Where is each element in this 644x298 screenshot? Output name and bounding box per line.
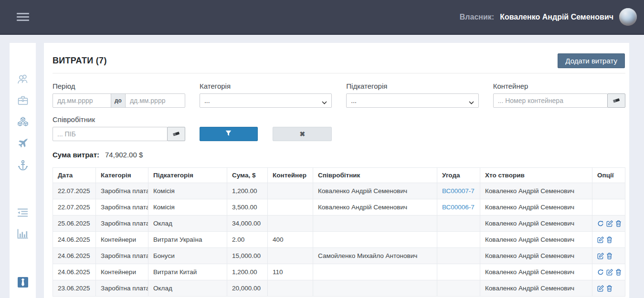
column-header: Співробітник — [313, 168, 437, 183]
edit-icon[interactable] — [597, 253, 604, 259]
hamburger-menu-icon[interactable] — [17, 11, 29, 23]
table-row: 25.06.2025Заробітна платаОклад34,000.00К… — [53, 216, 625, 232]
container-cell — [268, 216, 313, 232]
sidebar-item-operations[interactable] — [16, 207, 30, 218]
eraser-icon — [612, 96, 620, 105]
subcategory-label: Підкатегорія — [346, 82, 478, 90]
edit-icon[interactable] — [597, 236, 604, 243]
category-cell: Контейнери — [96, 232, 148, 248]
delete-icon[interactable] — [615, 220, 622, 227]
column-header: Опції — [592, 168, 625, 183]
users-icon — [17, 74, 29, 84]
delete-icon[interactable] — [606, 236, 612, 243]
options-cell — [592, 248, 625, 264]
category-cell: Контейнери — [96, 264, 148, 280]
total-label: Сума витрат: — [53, 151, 99, 159]
edit-icon[interactable] — [606, 220, 613, 227]
options-cell — [592, 183, 625, 199]
total-line: Сума витрат:74,902.00 $ — [53, 151, 625, 159]
delete-icon[interactable] — [606, 253, 612, 259]
container-clear-button[interactable] — [607, 93, 625, 108]
options-cell — [592, 264, 625, 280]
employee-label: Співробітник — [53, 115, 185, 123]
container-input[interactable] — [493, 93, 608, 108]
apply-filter-button[interactable] — [200, 127, 258, 141]
avatar[interactable] — [619, 8, 637, 26]
employee-cell — [313, 264, 437, 280]
delete-icon[interactable] — [615, 269, 622, 276]
expenses-card: ВИТРАТИ (7) Додати витрату Період до Кат… — [44, 43, 629, 298]
container-cell — [268, 199, 313, 216]
table-row: 24.06.2025КонтейнериВитрати Україна2.004… — [53, 232, 625, 248]
sidebar-item-reports[interactable] — [16, 228, 30, 240]
undo-icon[interactable] — [597, 269, 604, 276]
user-tie-icon — [17, 277, 29, 288]
period-label: Період — [53, 82, 185, 90]
creator-cell: Коваленко Андрій Семенович — [480, 264, 592, 280]
deal-cell — [437, 248, 480, 264]
outdent-list-icon — [17, 208, 29, 217]
edit-icon[interactable] — [597, 285, 604, 292]
category-cell: Заробітна плата — [96, 280, 148, 297]
employee-input[interactable] — [53, 127, 168, 141]
undo-icon[interactable] — [597, 220, 604, 227]
sidebar-item-employees[interactable] — [16, 277, 30, 288]
sidebar-item-users[interactable] — [16, 73, 30, 85]
filter-category: Категорія ... — [200, 82, 332, 108]
sidebar — [10, 43, 36, 298]
table-row: 23.06.2025Заробітна платаОклад20,000.00К… — [53, 280, 625, 297]
expenses-table: ДатаКатегоріяПідкатегоріяСума, $Контейне… — [53, 167, 625, 297]
chevron-down-icon — [322, 98, 327, 106]
category-cell: Заробітна плата — [96, 248, 148, 264]
bar-chart-icon — [17, 228, 29, 239]
edit-icon[interactable] — [606, 269, 613, 276]
sidebar-item-products[interactable] — [16, 116, 30, 128]
amount-cell: 2.00 — [227, 232, 268, 248]
reset-filter-button[interactable]: ✖ — [273, 127, 332, 141]
sidebar-item-briefcase[interactable] — [16, 95, 30, 106]
date-cell: 24.06.2025 — [53, 232, 96, 248]
sidebar-item-flights[interactable] — [16, 138, 30, 149]
creator-cell: Коваленко Андрій Семенович — [480, 216, 592, 232]
period-to-input[interactable] — [125, 93, 185, 108]
x-icon: ✖ — [299, 130, 305, 138]
period-from-input[interactable] — [53, 93, 111, 108]
delete-icon[interactable] — [606, 285, 612, 292]
container-cell — [268, 280, 313, 297]
subcategory-select[interactable]: ... — [346, 93, 478, 108]
column-header: Категорія — [96, 168, 148, 183]
deal-cell — [437, 264, 480, 280]
deal-link[interactable]: ВС00007-7 — [442, 187, 475, 195]
anchor-icon — [17, 160, 29, 171]
employee-cell — [313, 280, 437, 297]
owner-label: Власник: — [460, 13, 494, 21]
employee-clear-button[interactable] — [167, 127, 185, 141]
plane-icon — [17, 138, 29, 149]
subcategory-cell: Комісія — [148, 199, 227, 216]
employee-cell: Коваленко Андрій Семенович — [313, 199, 437, 216]
subcategory-cell: Бонуси — [148, 248, 227, 264]
page-title: ВИТРАТИ (7) — [53, 56, 107, 66]
category-label: Категорія — [200, 82, 332, 90]
filter-period: Період до — [53, 82, 185, 108]
add-expense-button[interactable]: Додати витрату — [558, 53, 625, 68]
options-cell — [592, 199, 625, 216]
category-select[interactable]: ... — [200, 93, 332, 108]
employee-cell: Самойленко Михайло Антонович — [313, 248, 437, 264]
deal-cell — [437, 216, 480, 232]
category-cell: Заробітна плата — [96, 216, 148, 232]
deal-link[interactable]: ВС00006-7 — [442, 204, 475, 211]
container-cell — [268, 248, 313, 264]
table-row: 24.06.2025КонтейнериВитрати Китай1,200.0… — [53, 264, 625, 280]
subcategory-cell: Оклад — [148, 280, 227, 297]
date-cell: 24.06.2025 — [53, 248, 96, 264]
date-cell: 23.06.2025 — [53, 280, 96, 297]
sidebar-item-ports[interactable] — [16, 160, 30, 171]
creator-cell: Коваленко Андрій Семенович — [480, 199, 592, 216]
amount-cell: 20,000.00 — [227, 280, 268, 297]
category-cell: Заробітна плата — [96, 199, 148, 216]
container-cell: 110 — [268, 264, 313, 280]
container-cell: 400 — [268, 232, 313, 248]
filter-container: Контейнер — [493, 82, 625, 108]
subcategory-cell: Витрати Китай — [148, 264, 227, 280]
